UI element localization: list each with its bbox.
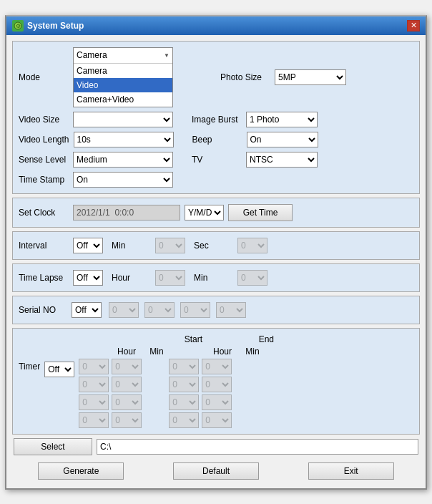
- action-bar: Generate Default Exit: [12, 460, 420, 483]
- interval-min-label: Min: [112, 241, 151, 251]
- mode-current-value: Camera: [77, 50, 107, 60]
- serial-no-v1-select[interactable]: 0: [109, 302, 139, 318]
- timer-row1-start-hour[interactable]: 0: [79, 359, 109, 374]
- mode-dropdown-container[interactable]: Camera ▼ Camera Video Camera+Video: [73, 47, 173, 107]
- interval-sec-select[interactable]: 0: [237, 238, 267, 253]
- timer-row3-end-hour[interactable]: 0: [169, 394, 199, 410]
- interval-sec-label: Sec: [194, 241, 233, 251]
- time-stamp-select[interactable]: On: [73, 172, 173, 188]
- video-length-select[interactable]: 10s: [74, 132, 174, 147]
- mode-option-camera-video[interactable]: Camera+Video: [74, 92, 172, 107]
- beep-label: Beep: [192, 135, 242, 145]
- mode-dropdown-current[interactable]: Camera ▼: [74, 48, 172, 64]
- serial-no-v4-select[interactable]: 0: [216, 302, 246, 318]
- timer-row2-start-min[interactable]: 0: [112, 377, 142, 392]
- video-size-select[interactable]: [73, 112, 173, 127]
- video-length-label: Video Length: [19, 135, 69, 145]
- timer-row1-start-min[interactable]: 0: [112, 359, 142, 374]
- set-clock-section: Set Clock Y/M/D Get Time: [12, 198, 420, 228]
- timer-section: Start End Hour Min Hour Min Timer: [12, 328, 420, 435]
- video-size-label: Video Size: [19, 115, 69, 125]
- get-time-button[interactable]: Get Time: [228, 204, 293, 221]
- timer-rows: 0 0 0 0 0 0 0 0 0 0: [79, 359, 413, 428]
- window-title: System Setup: [27, 21, 84, 31]
- time-lapse-hour-label: Hour: [112, 273, 151, 283]
- image-burst-select[interactable]: 1 Photo: [246, 112, 318, 127]
- timer-row3-start-hour[interactable]: 0: [79, 394, 109, 410]
- timer-min-col-label1: Min: [142, 346, 172, 357]
- mode-row: Mode Camera ▼ Camera Video Camera+Video: [19, 47, 413, 107]
- timer-row2-end-hour[interactable]: 0: [169, 377, 199, 392]
- timer-select[interactable]: Off: [44, 362, 74, 377]
- time-stamp-row: Time Stamp On: [19, 172, 413, 188]
- interval-row: Interval Off Min 0 Sec 0: [19, 238, 413, 253]
- time-lapse-label: Time Lapse: [19, 273, 69, 283]
- serial-no-select[interactable]: Off: [72, 302, 102, 318]
- mode-option-camera[interactable]: Camera: [74, 64, 172, 78]
- timer-min-col-label2: Min: [237, 346, 267, 357]
- timer-row4-start-min[interactable]: 0: [112, 412, 142, 428]
- serial-no-row: Serial NO Off 0 0 0 0: [19, 302, 413, 318]
- beep-select[interactable]: On: [247, 132, 318, 147]
- timer-row2-start-hour[interactable]: 0: [79, 377, 109, 392]
- top-section: Mode Camera ▼ Camera Video Camera+Video: [12, 41, 420, 194]
- set-clock-input[interactable]: [73, 205, 180, 220]
- set-clock-row: Set Clock Y/M/D Get Time: [19, 204, 413, 221]
- svg-text:⚙: ⚙: [16, 23, 21, 29]
- system-setup-window: ⚙ System Setup ✕ Mode Camera ▼: [5, 15, 427, 490]
- timer-end-label: End: [208, 334, 280, 344]
- exit-button[interactable]: Exit: [308, 462, 394, 480]
- time-stamp-label: Time Stamp: [19, 175, 69, 185]
- interval-section: Interval Off Min 0 Sec 0: [12, 231, 420, 260]
- timer-row-4: 0 0 0 0: [79, 412, 413, 428]
- timer-row4-start-hour[interactable]: 0: [79, 412, 109, 428]
- sense-level-select[interactable]: Medium: [73, 152, 173, 168]
- timer-row4-end-min[interactable]: 0: [202, 412, 232, 428]
- photo-size-label: Photo Size: [220, 72, 270, 82]
- video-size-row: Video Size Image Burst 1 Photo: [19, 112, 413, 127]
- timer-row-2: 0 0 0 0: [79, 377, 413, 392]
- serial-no-section: Serial NO Off 0 0 0 0: [12, 296, 420, 324]
- bottom-bar: Select: [12, 438, 420, 455]
- window-icon: ⚙: [12, 20, 24, 32]
- time-lapse-hour-select[interactable]: 0: [155, 270, 185, 286]
- close-button[interactable]: ✕: [407, 20, 420, 32]
- timer-row2-end-min[interactable]: 0: [202, 377, 232, 392]
- mode-option-video[interactable]: Video: [74, 78, 172, 92]
- timer-row-1: 0 0 0 0: [79, 359, 413, 374]
- mode-dropdown-list: Camera Video Camera+Video: [74, 64, 172, 107]
- timer-row3-start-min[interactable]: 0: [112, 394, 142, 410]
- timer-start-label: Start: [76, 334, 208, 344]
- path-input[interactable]: [97, 439, 418, 455]
- tv-label: TV: [192, 155, 242, 165]
- timer-label: Timer: [19, 362, 40, 372]
- timer-row-3: 0 0 0 0: [79, 394, 413, 410]
- serial-no-v3-select[interactable]: 0: [180, 302, 210, 318]
- date-format-select[interactable]: Y/M/D: [185, 205, 224, 220]
- title-bar: ⚙ System Setup ✕: [6, 16, 426, 35]
- timer-row1-end-hour[interactable]: 0: [169, 359, 199, 374]
- time-lapse-row: Time Lapse Off Hour 0 Min 0: [19, 270, 413, 286]
- sense-level-row: Sense Level Medium TV NTSC: [19, 152, 413, 168]
- time-lapse-section: Time Lapse Off Hour 0 Min 0: [12, 263, 420, 292]
- timer-hour-col-label2: Hour: [207, 346, 237, 357]
- interval-min-select[interactable]: 0: [155, 238, 185, 253]
- interval-select[interactable]: Off: [73, 238, 103, 253]
- timer-row4-end-hour[interactable]: 0: [169, 412, 199, 428]
- time-lapse-min-select[interactable]: 0: [237, 270, 267, 286]
- photo-size-select[interactable]: 5MP: [275, 69, 346, 85]
- timer-controls: Timer Off 0 0 0 0: [19, 359, 413, 428]
- time-lapse-min-label: Min: [194, 273, 233, 283]
- tv-select[interactable]: NTSC: [246, 152, 318, 168]
- serial-no-v2-select[interactable]: 0: [144, 302, 175, 318]
- set-clock-label: Set Clock: [19, 208, 69, 218]
- video-length-row: Video Length 10s Beep On: [19, 132, 413, 147]
- select-button[interactable]: Select: [14, 438, 92, 455]
- mode-dropdown[interactable]: Camera ▼ Camera Video Camera+Video: [73, 47, 173, 107]
- timer-row3-end-min[interactable]: 0: [202, 394, 232, 410]
- generate-button[interactable]: Generate: [38, 462, 124, 480]
- timer-row1-end-min[interactable]: 0: [202, 359, 232, 374]
- default-button[interactable]: Default: [173, 462, 259, 480]
- serial-no-label: Serial NO: [19, 305, 69, 315]
- time-lapse-select[interactable]: Off: [73, 270, 103, 286]
